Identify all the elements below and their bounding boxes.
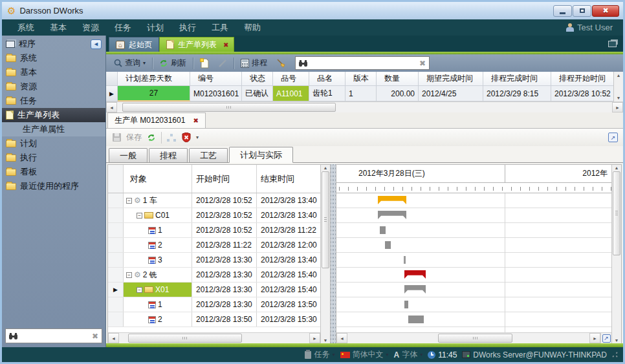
gantt-bar[interactable]	[385, 241, 391, 249]
sidebar-item-order-props[interactable]: 生产单属性	[2, 122, 105, 136]
status-language-menu[interactable]: 简体中文 ▾	[340, 349, 389, 360]
col-code[interactable]: 编号	[190, 72, 242, 86]
menu-basic[interactable]: 基本	[42, 22, 74, 34]
scrollbar-thumb[interactable]	[613, 171, 620, 255]
sidebar-item-execute[interactable]: 执行	[2, 151, 105, 165]
scroll-up-icon[interactable]: ▲	[615, 166, 619, 170]
col-diff-days[interactable]: 计划差异天数	[118, 72, 190, 86]
gantt-bar[interactable]	[404, 301, 408, 308]
gantt-bar[interactable]	[404, 270, 426, 279]
tab-order-list[interactable]: 生产单列表 ✖	[159, 37, 234, 52]
grid-filter-input[interactable]	[311, 58, 416, 69]
menu-resource[interactable]: 资源	[74, 22, 107, 34]
tab-general[interactable]: 一般	[109, 148, 148, 162]
close-button[interactable]: ✖	[592, 5, 619, 17]
col-expect-finish[interactable]: 期望完成时间	[419, 72, 483, 86]
col-sched-finish[interactable]: 排程完成时间	[483, 72, 551, 86]
new-button[interactable]	[197, 57, 212, 70]
edit-button[interactable]	[215, 58, 230, 69]
status-font-menu[interactable]: A 字体 ▾	[394, 349, 423, 360]
clean-button[interactable]	[274, 57, 289, 69]
col-start-time[interactable]: 开始时间	[192, 165, 257, 193]
sidebar-item-recent[interactable]: 最近使用的程序	[2, 179, 105, 193]
sidebar-item-system[interactable]: 系统	[2, 51, 105, 65]
detail-tab[interactable]: 生产单 M012031601 ✖	[107, 112, 206, 128]
refresh-button[interactable]: 刷新	[157, 56, 189, 70]
scrollbar-thumb[interactable]	[438, 334, 512, 343]
minimize-button[interactable]	[553, 5, 572, 17]
tree-vertical-scrollbar[interactable]: ▲ ▼	[320, 165, 330, 343]
schedule-button[interactable]: 排程	[238, 56, 270, 70]
scrollbar-thumb[interactable]	[122, 103, 336, 112]
col-item-name[interactable]: 品名	[309, 72, 345, 86]
scroll-left-icon[interactable]: ◄	[106, 102, 117, 112]
chevron-down-icon[interactable]: ▾	[196, 134, 199, 140]
status-task-menu[interactable]: 任务 ▾	[305, 349, 334, 360]
sidebar-item-order-list[interactable]: 生产单列表	[2, 108, 105, 122]
scroll-right-icon[interactable]: ►	[612, 102, 623, 112]
scroll-left-icon[interactable]: ◄	[336, 333, 347, 343]
scroll-up-icon[interactable]: ▲	[323, 166, 328, 170]
tree-row-task[interactable]: 2 2012/3/28 11:22 2012/3/28 12:00	[108, 238, 320, 253]
gantt-rows[interactable]	[336, 193, 611, 332]
tree-row-task[interactable]: 1 2012/3/28 13:30 2012/3/28 13:50	[108, 297, 320, 312]
col-end-time[interactable]: 结束时间	[257, 165, 322, 193]
menu-task[interactable]: 任务	[107, 22, 139, 34]
tree-row-machine-2[interactable]: −⚙2 铣 2012/3/28 13:30 2012/3/28 15:40	[108, 268, 320, 283]
tree-row-task[interactable]: 3 2012/3/28 13:30 2012/3/28 13:40	[108, 253, 320, 268]
tab-process[interactable]: 工艺	[189, 148, 228, 162]
menu-execute[interactable]: 执行	[171, 22, 204, 34]
orders-horizontal-scrollbar[interactable]: ◄ ►	[106, 102, 623, 112]
scroll-up-icon[interactable]: ▲	[617, 73, 621, 78]
scroll-left-icon[interactable]: ◄	[108, 333, 119, 343]
gantt-vertical-scrollbar[interactable]: ▲ ▼	[611, 165, 621, 343]
collapse-toggle[interactable]: −	[137, 213, 142, 219]
clear-search-icon[interactable]: ✖	[92, 332, 98, 341]
gantt-bar[interactable]	[378, 196, 406, 204]
sidebar-search-input[interactable]	[21, 331, 89, 341]
sidebar-item-task[interactable]: 任务	[2, 94, 105, 108]
popout-icon[interactable]: ↗	[608, 133, 618, 142]
tree-horizontal-scrollbar[interactable]: ◄ ►	[108, 332, 320, 343]
menu-plan[interactable]: 计划	[139, 22, 171, 34]
orders-vertical-scrollbar[interactable]: ▲ ▼	[613, 72, 623, 102]
restore-button[interactable]	[573, 5, 591, 17]
sidebar-item-board[interactable]: 看板	[2, 165, 105, 179]
cancel-schedule-button[interactable]	[181, 133, 192, 143]
gantt-bar[interactable]	[404, 256, 406, 264]
tab-close-icon[interactable]: ✖	[223, 41, 228, 48]
sidebar-item-plan[interactable]: 计划	[2, 136, 105, 151]
scroll-right-icon[interactable]: ►	[309, 333, 320, 343]
col-version[interactable]: 版本	[345, 72, 377, 86]
col-qty[interactable]: 数量	[377, 72, 419, 86]
tree-row-task[interactable]: 2 2012/3/28 13:50 2012/3/28 15:30	[108, 312, 320, 327]
detail-tab-close-icon[interactable]: ✖	[193, 117, 198, 124]
tree-row-x01-selected[interactable]: ▶ −X01 2012/3/28 13:30 2012/3/28 15:40	[108, 283, 320, 297]
col-status[interactable]: 状态	[242, 72, 273, 86]
gantt-bar[interactable]	[380, 226, 386, 234]
collapse-toggle[interactable]: −	[126, 198, 132, 204]
resize-grip[interactable]	[612, 352, 618, 358]
menu-help[interactable]: 帮助	[236, 22, 269, 34]
scrollbar-thumb[interactable]	[322, 171, 329, 268]
col-sched-start[interactable]: 排程开始时间	[551, 72, 613, 86]
title-bar[interactable]: ⚙ Darsson DWorks ✖	[2, 2, 623, 19]
gantt-bar[interactable]	[408, 316, 424, 323]
menu-tools[interactable]: 工具	[204, 22, 236, 34]
window-cascade-icon[interactable]	[608, 41, 617, 47]
tree-row-c01[interactable]: −C01 2012/3/28 10:52 2012/3/28 13:40	[108, 208, 320, 223]
sidebar-collapse-button[interactable]: ◄	[91, 39, 102, 49]
tree-row-machine-1[interactable]: −⚙1 车 2012/3/28 10:52 2012/3/28 13:40	[108, 193, 320, 208]
order-row[interactable]: ▶ 27 M012031601 已确认 A11001 齿轮1 1 200.00 …	[106, 86, 613, 102]
col-item-no[interactable]: 品号	[273, 72, 309, 86]
tab-plan-vs-actual[interactable]: 计划与实际	[229, 147, 293, 163]
tab-home[interactable]: ⌂ 起始页	[109, 37, 159, 52]
scrollbar-thumb[interactable]	[128, 334, 242, 343]
col-object[interactable]: 对象	[124, 165, 192, 193]
clear-filter-icon[interactable]: ✖	[419, 59, 426, 68]
scroll-down-icon[interactable]: ▼	[323, 338, 328, 343]
pane-splitter[interactable]	[331, 164, 336, 343]
gantt-popout-icon[interactable]: ↗	[602, 334, 611, 343]
scroll-down-icon[interactable]: ▼	[615, 338, 619, 343]
current-user[interactable]: Test User	[566, 23, 615, 32]
